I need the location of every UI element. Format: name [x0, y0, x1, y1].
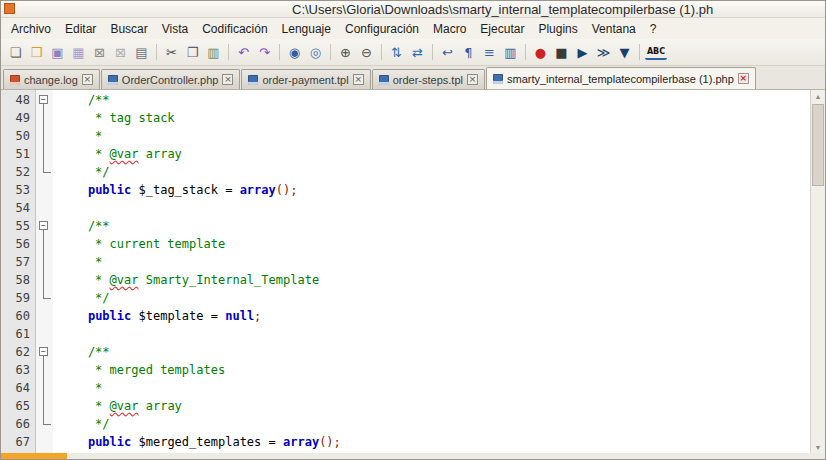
undo-icon[interactable]: ↶	[234, 43, 253, 62]
fold-margin	[35, 415, 53, 433]
save-macro-icon[interactable]: ▼	[615, 43, 634, 62]
tab-close-icon[interactable]: ×	[467, 74, 478, 85]
menu-item-configuracion[interactable]: Configuración	[338, 20, 426, 38]
menu-item-lenguaje[interactable]: Lenguaje	[275, 20, 338, 38]
fold-margin[interactable]: −	[35, 91, 53, 109]
fold-collapse-icon[interactable]: −	[39, 95, 48, 104]
code-line-55[interactable]: 55− /**	[1, 217, 810, 235]
tab-2[interactable]: order-payment.tpl×	[241, 69, 370, 89]
code-line-61[interactable]: 61	[1, 325, 810, 343]
save-icon[interactable]: ▣	[48, 43, 67, 62]
line-number: 50	[1, 127, 35, 145]
code-line-64[interactable]: 64 *	[1, 379, 810, 397]
code-line-49[interactable]: 49 * tag stack	[1, 109, 810, 127]
menu-item-ventana[interactable]: Ventana	[585, 20, 643, 38]
menu-item-buscar[interactable]: Buscar	[103, 20, 154, 38]
fold-margin[interactable]: −	[35, 343, 53, 361]
menu-item-help[interactable]: ?	[643, 20, 664, 38]
code-text: *	[53, 379, 810, 397]
new-file-icon[interactable]: ❏	[6, 43, 25, 62]
save-all-icon[interactable]: ▦	[69, 43, 88, 62]
show-all-characters-icon[interactable]: ¶	[459, 43, 478, 62]
print-icon[interactable]: ▤	[132, 43, 151, 62]
editor-body[interactable]: 48− /**49 * tag stack50 *51 * @var array…	[1, 90, 810, 453]
code-line-62[interactable]: 62− /**	[1, 343, 810, 361]
code-line-67[interactable]: 67 public $merged_templates = array();	[1, 433, 810, 451]
word-wrap-icon[interactable]: ↩	[438, 43, 457, 62]
tab-4[interactable]: smarty_internal_templatecompilerbase (1)…	[486, 67, 756, 89]
code-line-57[interactable]: 57 *	[1, 253, 810, 271]
zoom-in-icon[interactable]: ⊕	[336, 43, 355, 62]
tab-close-icon[interactable]: ×	[222, 74, 233, 85]
tab-1[interactable]: OrderController.php×	[101, 69, 241, 89]
tab-0[interactable]: change.log×	[3, 69, 100, 89]
code-text: * tag stack	[53, 109, 810, 127]
menu-item-plugins[interactable]: Plugins	[531, 20, 584, 38]
play-macro-icon[interactable]: ▶	[573, 43, 592, 62]
code-line-53[interactable]: 53 public $_tag_stack = array();	[1, 181, 810, 199]
menu-item-codificacion[interactable]: Codificación	[195, 20, 274, 38]
code-text: public $template = null;	[53, 307, 810, 325]
close-file-icon[interactable]: ⊠	[90, 43, 109, 62]
fold-margin[interactable]: −	[35, 217, 53, 235]
copy-icon[interactable]: ❐	[183, 43, 202, 62]
title-bar[interactable]: C:\Users\Gloria\Downloads\smarty_interna…	[1, 1, 825, 18]
code-text: public $_tag_stack = array();	[53, 181, 810, 199]
code-text	[53, 325, 810, 343]
code-line-48[interactable]: 48− /**	[1, 91, 810, 109]
toolbar-separator	[381, 44, 382, 60]
code-line-60[interactable]: 60 public $template = null;	[1, 307, 810, 325]
tab-3[interactable]: order-steps.tpl×	[372, 69, 485, 89]
code-line-59[interactable]: 59 */	[1, 289, 810, 307]
code-line-63[interactable]: 63 * merged templates	[1, 361, 810, 379]
code-line-54[interactable]: 54	[1, 199, 810, 217]
fold-collapse-icon[interactable]: −	[39, 347, 48, 356]
editor: 48− /**49 * tag stack50 *51 * @var array…	[1, 90, 825, 453]
tab-close-icon[interactable]: ×	[738, 73, 749, 84]
code-line-65[interactable]: 65 * @var array	[1, 397, 810, 415]
document-map-icon[interactable]: ▥	[501, 43, 520, 62]
line-number: 51	[1, 145, 35, 163]
find-icon[interactable]: ◉	[285, 43, 304, 62]
tab-close-icon[interactable]: ×	[82, 74, 93, 85]
sync-vertical-icon[interactable]: ⇅	[387, 43, 406, 62]
scrollbar-thumb[interactable]	[812, 104, 824, 186]
code-line-66[interactable]: 66 */	[1, 415, 810, 433]
code-line-58[interactable]: 58 * @var Smarty_Internal_Template	[1, 271, 810, 289]
line-number: 54	[1, 199, 35, 217]
record-macro-icon[interactable]: ●	[531, 43, 550, 62]
scroll-down-icon[interactable]: ▼	[811, 441, 825, 453]
zoom-out-icon[interactable]: ⊖	[357, 43, 376, 62]
spellcheck-abc-icon[interactable]: ABC	[645, 45, 667, 60]
vertical-scrollbar[interactable]: ▲ ▼	[810, 90, 825, 453]
replace-icon[interactable]: ◎	[306, 43, 325, 62]
line-number: 61	[1, 325, 35, 343]
fold-collapse-icon[interactable]: −	[39, 221, 48, 230]
file-status-icon	[108, 75, 118, 85]
tab-close-icon[interactable]: ×	[353, 74, 364, 85]
code-line-50[interactable]: 50 *	[1, 127, 810, 145]
toolbar: ❏❒▣▦⊠⊠▤✂❐▥↶↷◉◎⊕⊖⇅⇄↩¶≡▥●■▶≫▼ABC	[1, 39, 825, 66]
code-line-52[interactable]: 52 */	[1, 163, 810, 181]
scroll-up-icon[interactable]: ▲	[811, 90, 825, 102]
code-line-51[interactable]: 51 * @var array	[1, 145, 810, 163]
stop-macro-icon[interactable]: ■	[552, 43, 571, 62]
code-text: */	[53, 289, 810, 307]
run-macro-multiple-icon[interactable]: ≫	[594, 43, 613, 62]
close-all-icon[interactable]: ⊠	[111, 43, 130, 62]
open-folder-icon[interactable]: ❒	[27, 43, 46, 62]
notepadpp-window: C:\Users\Gloria\Downloads\smarty_interna…	[0, 0, 826, 460]
indent-guide-icon[interactable]: ≡	[480, 43, 499, 62]
toolbar-separator	[639, 44, 640, 60]
paste-icon[interactable]: ▥	[204, 43, 223, 62]
sync-horizontal-icon[interactable]: ⇄	[408, 43, 427, 62]
cut-icon[interactable]: ✂	[162, 43, 181, 62]
menu-item-ejecutar[interactable]: Ejecutar	[473, 20, 531, 38]
menu-item-archivo[interactable]: Archivo	[4, 20, 58, 38]
menu-item-macro[interactable]: Macro	[426, 20, 473, 38]
menu-item-vista[interactable]: Vista	[155, 20, 195, 38]
redo-icon[interactable]: ↷	[255, 43, 274, 62]
fold-margin	[35, 433, 53, 451]
menu-item-editar[interactable]: Editar	[58, 20, 103, 38]
code-line-56[interactable]: 56 * current template	[1, 235, 810, 253]
